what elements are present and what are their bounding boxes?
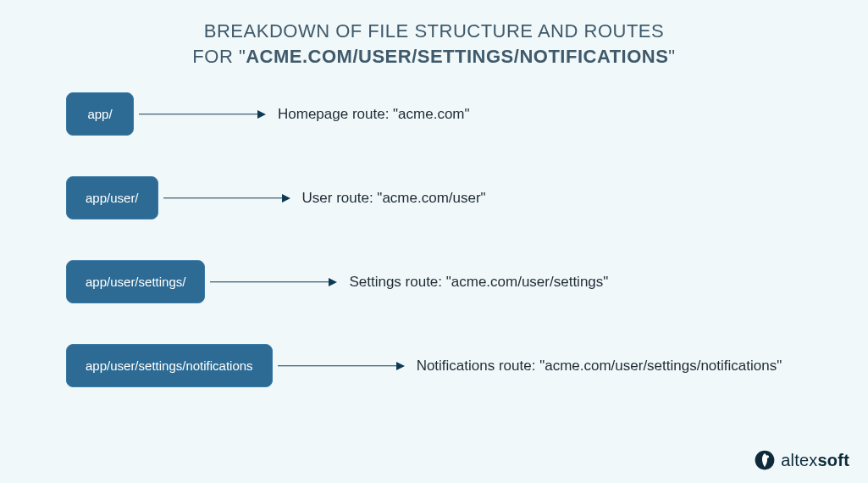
route-row: app/user/ User route: "acme.com/user" [66,176,851,219]
title-line-2-bold: ACME.COM/USER/SETTINGS/NOTIFICATIONS [246,46,668,67]
svg-point-1 [766,455,770,458]
path-box: app/ [66,92,134,136]
route-description: Homepage route: "acme.com" [278,106,470,123]
arrow-icon [278,365,405,367]
diagram-rows: app/ Homepage route: "acme.com" app/user… [0,92,868,387]
brand-wordmark: altexsoft [781,451,849,470]
path-box: app/user/settings/notifications [66,344,273,387]
title-line-1: BREAKDOWN OF FILE STRUCTURE AND ROUTES [204,20,664,42]
brand-mark-icon [754,449,776,471]
title-line-2-prefix: FOR " [192,46,246,67]
arrow-icon [139,114,266,115]
arrow-icon [163,197,290,199]
route-row: app/user/settings/ Settings route: "acme… [66,260,851,303]
route-description: User route: "acme.com/user" [302,190,486,207]
brand-logo: altexsoft [754,449,849,471]
diagram-title: BREAKDOWN OF FILE STRUCTURE AND ROUTES F… [0,0,868,69]
route-row: app/user/settings/notifications Notifica… [66,344,851,387]
path-box: app/user/settings/ [66,260,205,303]
title-line-2-suffix: " [668,46,675,67]
route-description: Settings route: "acme.com/user/settings" [349,274,608,291]
path-box: app/user/ [66,176,158,219]
route-description: Notifications route: "acme.com/user/sett… [417,358,782,375]
arrow-icon [210,281,337,283]
route-row: app/ Homepage route: "acme.com" [66,92,851,136]
